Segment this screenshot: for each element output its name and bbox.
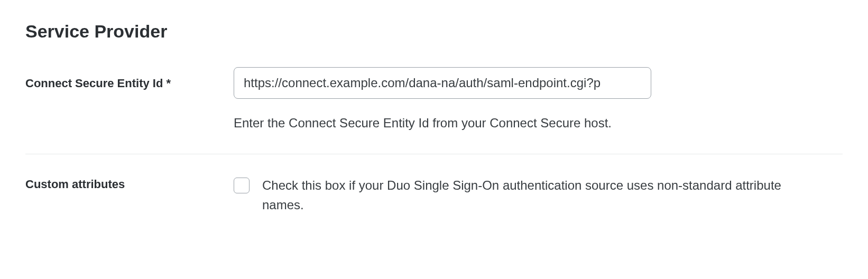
custom-attributes-label: Custom attributes — [25, 178, 125, 191]
custom-attributes-description: Check this box if your Duo Single Sign-O… — [262, 175, 794, 215]
divider — [25, 154, 843, 154]
entity-id-label: Connect Secure Entity Id * — [25, 77, 171, 90]
custom-attributes-checkbox[interactable] — [234, 178, 250, 193]
entity-id-help: Enter the Connect Secure Entity Id from … — [234, 114, 815, 133]
section-title: Service Provider — [25, 21, 843, 42]
custom-attributes-row: Custom attributes Check this box if your… — [25, 175, 843, 215]
entity-id-control-col: Enter the Connect Secure Entity Id from … — [234, 67, 815, 133]
entity-id-row: Connect Secure Entity Id * Enter the Con… — [25, 67, 843, 133]
custom-attributes-label-col: Custom attributes — [25, 175, 234, 191]
entity-id-label-col: Connect Secure Entity Id * — [25, 67, 234, 90]
entity-id-input[interactable] — [234, 67, 651, 99]
custom-attributes-control-col: Check this box if your Duo Single Sign-O… — [234, 175, 794, 215]
